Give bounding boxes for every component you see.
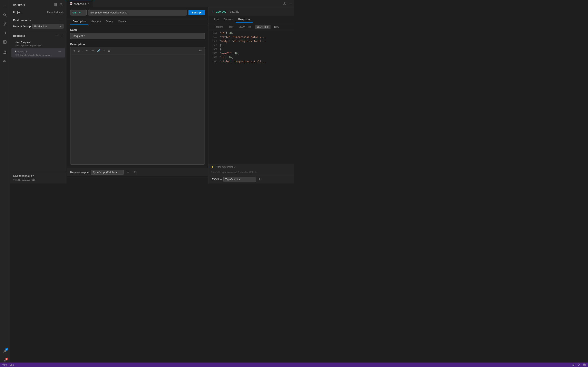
json-to-language-label: TypeScript (225, 178, 238, 181)
line-num-586: 586 (210, 31, 217, 35)
more-chevron-icon: ▾ (125, 20, 126, 23)
add-request-button[interactable]: + (60, 34, 63, 38)
flask-icon[interactable] (1, 48, 9, 56)
source-control-icon[interactable] (1, 20, 9, 28)
svg-rect-24 (285, 2, 286, 4)
svg-rect-0 (3, 5, 7, 5)
library-icon[interactable] (53, 2, 58, 7)
json-to-code-button[interactable] (258, 177, 263, 182)
give-feedback-label: Give feedback (13, 174, 30, 177)
format-json-tree[interactable]: JSON Tree (237, 25, 253, 29)
preview-button[interactable] (198, 48, 203, 53)
language-select[interactable]: TypeScript (Fetch) ▾ (91, 170, 124, 175)
extensions-icon[interactable] (1, 38, 9, 46)
editor-area: 👻 Request 2 ✕ ⋯ G (67, 0, 294, 184)
sidebar-toggle-icon[interactable] (1, 2, 9, 10)
external-link-icon (31, 175, 34, 177)
link-button[interactable]: 🔗 (96, 49, 102, 53)
tab-icon: 👻 (69, 2, 73, 5)
method-select[interactable]: GET ▾ (70, 9, 86, 16)
svg-point-22 (61, 3, 62, 4)
svg-rect-23 (283, 2, 285, 4)
request-tabs: Description Headers Query More ▾ (67, 18, 208, 25)
environments-label: Environments (13, 19, 31, 22)
svg-point-5 (4, 23, 4, 24)
tab-more[interactable]: More ▾ (116, 18, 129, 25)
json-to-language-select[interactable]: TypeScript ▾ (223, 177, 256, 182)
tab-request-2[interactable]: 👻 Request 2 ✕ (67, 0, 93, 7)
format-headers[interactable]: Headers (212, 25, 225, 29)
split-editor-button[interactable] (282, 1, 287, 6)
svg-rect-11 (5, 42, 6, 43)
tab-request[interactable]: Request (221, 16, 236, 23)
requests-menu-button[interactable]: ⋯ (54, 34, 59, 38)
code-line-592: 592 "id": 99, (208, 55, 294, 59)
chevron-down-icon: ▾ (60, 25, 62, 28)
url-bar: GET ▾ Send ▶ (67, 7, 208, 18)
line-num-590: 590 (210, 47, 217, 51)
format-text[interactable]: Text (227, 25, 235, 29)
send-icon: ▶ (199, 11, 201, 14)
svg-rect-1 (3, 6, 7, 6)
tab-headers[interactable]: Headers (88, 18, 103, 25)
request-item-new[interactable]: New Request GET https://echo.paw.cloud (11, 40, 65, 48)
url-input[interactable] (88, 9, 187, 16)
search-icon[interactable] (1, 11, 9, 19)
response-format-tabs: Headers Text JSON Tree JSON Text Raw (208, 23, 294, 31)
svg-point-7 (4, 25, 4, 25)
code-snippet-button[interactable] (125, 170, 131, 175)
tab-info[interactable]: Info (212, 16, 221, 23)
line-content-588: "body": "doloremque ex facil... (220, 39, 292, 43)
heading-button[interactable]: # (72, 49, 76, 53)
svg-rect-2 (3, 7, 7, 7)
line-content-586: "id": 98, (220, 31, 292, 35)
more-actions-button[interactable]: ⋯ (288, 1, 292, 6)
project-value: Default (local) (47, 11, 63, 14)
request-item-url-new: GET https://echo.paw.cloud (15, 44, 62, 47)
tab-response[interactable]: Response (236, 16, 253, 23)
copy-button[interactable] (132, 170, 138, 175)
code-line-593: 593 "title": "temporibus sit ali... (208, 59, 294, 64)
environment-dropdown[interactable]: Production ▾ (33, 24, 63, 29)
name-field: Name (70, 28, 205, 39)
code-button[interactable]: </> (89, 49, 95, 53)
line-content-590: { (220, 47, 292, 51)
give-feedback-link[interactable]: Give feedback (13, 174, 63, 177)
svg-rect-9 (5, 41, 6, 42)
description-content[interactable] (70, 54, 205, 95)
docker-icon[interactable] (1, 57, 9, 65)
send-label: Send (192, 11, 198, 14)
method-label: GET (72, 11, 78, 14)
name-label: Name (70, 28, 205, 31)
list-button[interactable]: ☰ (107, 49, 111, 53)
json-to-label: JSON to (212, 178, 222, 181)
sidebar-header: RAPIDAPI (10, 0, 67, 9)
project-section: Project Default (local) (10, 9, 67, 16)
person-icon[interactable] (59, 2, 63, 7)
tab-close-button[interactable]: ✕ (87, 2, 90, 5)
code-line-588: 588 "body": "doloremque ex facil... (208, 39, 294, 43)
align-button[interactable]: ≡ (102, 49, 106, 53)
json-to-chevron-icon: ▾ (239, 178, 241, 181)
line-num-591: 591 (210, 51, 217, 55)
request-item-2[interactable]: Request 2 ⋯ GET jsonplaceholder.typicode… (11, 48, 65, 58)
run-debug-icon[interactable] (1, 29, 9, 37)
tab-description[interactable]: Description (70, 18, 88, 25)
response-body[interactable]: 586 "id": 98, 587 "title": "laboriosam d… (208, 31, 294, 164)
send-button[interactable]: Send ▶ (189, 10, 205, 15)
environments-menu-button[interactable]: ⋯ (59, 18, 63, 22)
filter-input[interactable] (216, 166, 292, 168)
format-json-text[interactable]: JSON Text (255, 25, 270, 29)
request-item-menu-button[interactable]: ⋯ (57, 49, 62, 53)
line-num-589: 589 (210, 43, 217, 47)
tab-query[interactable]: Query (103, 18, 115, 25)
code-line-587: 587 "title": "laboriosam dolor v... (208, 35, 294, 39)
italic-button[interactable]: I (82, 49, 85, 53)
svg-rect-15 (4, 60, 5, 60)
line-content-592: "id": 99, (220, 55, 292, 59)
format-raw[interactable]: Raw (272, 25, 281, 29)
requests-label: Requests (13, 34, 25, 37)
name-input[interactable] (70, 33, 205, 39)
bold-button[interactable]: B (77, 49, 81, 53)
quote-button[interactable]: ❝ (85, 49, 89, 53)
